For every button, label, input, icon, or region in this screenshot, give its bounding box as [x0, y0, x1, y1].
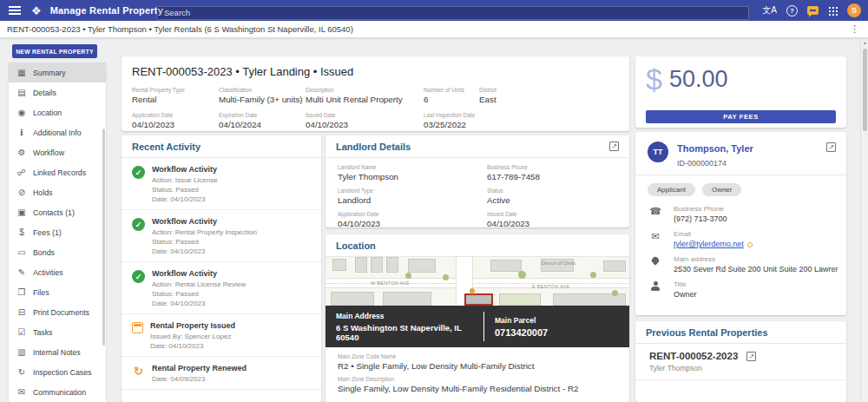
- sidebar-item-details[interactable]: ▤ Details: [9, 82, 106, 102]
- activity-details: Action: Rental License Review Status: Pa…: [152, 280, 246, 308]
- bonds-icon: ▭: [16, 247, 28, 257]
- activity-title: Workflow Activity: [152, 269, 246, 278]
- app-logo-icon[interactable]: ❖: [31, 4, 42, 17]
- person-icon: [649, 281, 661, 293]
- sidebar-item-print-documents[interactable]: ⊟ Print Documents: [9, 302, 106, 322]
- sidebar-item-communication[interactable]: ✉ Communication: [9, 382, 106, 402]
- holds-icon: ⊘: [16, 188, 28, 197]
- sidebar-item-holds[interactable]: ⊘ Holds: [9, 182, 106, 202]
- breadcrumb: RENT-000053-2023 • Tyler Thompson • Tyle…: [7, 24, 353, 34]
- activity-item[interactable]: ✓ Workflow Activity Action: Rental Licen…: [122, 262, 321, 314]
- previous-rental-number[interactable]: RENT-000052-2023: [649, 351, 738, 361]
- sidebar-item-files[interactable]: ❒ Files: [9, 282, 106, 302]
- sidebar-item-internal-notes[interactable]: ▥ Internal Notes: [9, 342, 106, 362]
- sidebar-item-workflow[interactable]: ⚙ Workflow: [9, 142, 106, 162]
- pay-fees-button[interactable]: PAY FEES: [646, 110, 836, 123]
- sidebar-item-additional-info[interactable]: ℹ Additional Info: [9, 122, 106, 142]
- field-label: Description: [306, 87, 424, 93]
- map-overlay: Main Address 6 S Washington St Napervill…: [326, 306, 629, 347]
- sidebar-item-contacts-1[interactable]: ▣ Contacts (1): [9, 202, 106, 222]
- landlord-details-card: Landlord Details ↗ Landlord NameTyler Th…: [326, 135, 629, 227]
- activity-item[interactable]: ✓ Workflow Activity Action: Issue Licens…: [122, 158, 321, 210]
- help-icon[interactable]: ?: [786, 5, 798, 16]
- apps-grid-icon[interactable]: [828, 6, 838, 16]
- sidebar-item-inspection-cases[interactable]: ↻ Inspection Cases: [9, 362, 106, 382]
- sidebar-item-tasks[interactable]: ☑ Tasks: [9, 322, 106, 342]
- new-rental-property-button[interactable]: NEW RENTAL PROPERTY: [12, 44, 97, 58]
- previous-rentals-card: Previous Rental Properties RENT-000052-2…: [635, 321, 846, 402]
- field-value: Single Family, Low Density Multi-Family …: [338, 384, 617, 393]
- workflow-icon: ⚙: [16, 148, 28, 157]
- field-value: Multi Unit Rental Property: [306, 95, 424, 104]
- field-label: Classification: [219, 87, 306, 93]
- sidebar-item-summary[interactable]: ▦ Summary: [9, 63, 106, 82]
- contacts-icon: ▣: [16, 208, 28, 217]
- search-input[interactable]: [156, 6, 749, 20]
- activities-icon: ✎: [16, 267, 28, 277]
- open-contact-icon[interactable]: ↗: [826, 142, 836, 152]
- field-value: 04/10/2024: [219, 120, 306, 129]
- sidebar-item-fees-1[interactable]: $ Fees (1): [9, 222, 106, 242]
- scroll-up-icon[interactable]: ▲: [863, 40, 867, 45]
- field-label: Issued Date: [306, 112, 424, 118]
- chip-applicant[interactable]: Applicant: [648, 183, 695, 196]
- check-circle-icon: ✓: [132, 166, 145, 179]
- location-title: Location: [336, 241, 376, 251]
- field-value: 04/10/2023: [487, 219, 617, 227]
- contact-row-title: Title Owner: [635, 273, 846, 299]
- page-scrollbar-thumb[interactable]: [863, 49, 867, 131]
- location-map[interactable]: W BENTON AVE E BENTON AVE Church of Chri…: [326, 257, 629, 306]
- page-scrollbar[interactable]: ▲: [860, 38, 868, 402]
- sidebar-item-bonds[interactable]: ▭ Bonds: [9, 242, 106, 262]
- recent-activity-header: Recent Activity: [122, 135, 321, 158]
- row-value: Owner: [674, 290, 838, 299]
- main-parcel-value: 0713420007: [495, 327, 548, 338]
- activity-item[interactable]: ✓ Workflow Activity Action: Rental Prope…: [122, 210, 321, 262]
- activity-item[interactable]: Rental Property Issued Issued By: Spence…: [122, 314, 321, 357]
- field-value: East: [479, 95, 566, 104]
- sidebar-item-activities[interactable]: ✎ Activities: [9, 262, 106, 282]
- street-label-west: W BENTON AVE: [371, 280, 410, 286]
- field-label: Expiration Date: [219, 112, 306, 118]
- communication-icon: ✉: [16, 387, 28, 397]
- activity-details: Date: 04/09/2023: [152, 374, 247, 384]
- contact-role-chips: Applicant Owner: [635, 175, 846, 198]
- row-value: 2530 Sever Rd Suite 200 Unit Suite 200 L…: [674, 265, 838, 273]
- chat-notification-icon[interactable]: [807, 6, 819, 15]
- previous-rentals-header: Previous Rental Properties: [635, 321, 846, 344]
- parcel-highlight[interactable]: [464, 293, 493, 306]
- files-icon: ❒: [16, 287, 28, 297]
- sidebar-item-linked-records[interactable]: ☍ Linked Records: [9, 162, 106, 182]
- sidebar-item-location[interactable]: ◉ Location: [9, 102, 106, 122]
- app-bar: ❖ Manage Rental Property 文A ? S: [0, 0, 868, 21]
- field-value: 04/10/2023: [306, 120, 424, 129]
- row-value: (972) 713-3700: [674, 214, 838, 223]
- previous-rental-item[interactable]: RENT-000052-2023 ↗ Tyler Thompson: [635, 344, 846, 380]
- sidebar-scrollbar[interactable]: [102, 129, 105, 346]
- chip-owner[interactable]: Owner: [702, 183, 742, 196]
- translate-icon[interactable]: 文A: [762, 4, 777, 16]
- contact-card: TT Thompson, Tyler ID-000000174 ↗ Applic…: [635, 132, 846, 315]
- activity-title: Workflow Activity: [152, 165, 218, 174]
- field-value: 03/25/2022: [424, 120, 510, 129]
- tasks-icon: ☑: [16, 327, 28, 337]
- field-value: Landlord: [338, 195, 487, 205]
- activity-title: Workflow Activity: [152, 217, 257, 226]
- menu-icon[interactable]: [9, 6, 21, 15]
- main-address-label: Main Address: [336, 312, 473, 320]
- open-landlord-icon[interactable]: ↗: [609, 142, 619, 151]
- pin-icon: [649, 256, 661, 268]
- landlord-fields: Landlord NameTyler Thompson Business Pho…: [326, 158, 629, 227]
- open-previous-rental-icon[interactable]: ↗: [746, 352, 756, 361]
- page: ❖ Manage Rental Property 文A ? S RENT-000…: [0, 0, 868, 402]
- field-label: Issued Date: [487, 211, 617, 217]
- contact-name[interactable]: Thompson, Tyler: [677, 143, 753, 154]
- location-header: Location: [326, 234, 629, 257]
- email-status-icon: [747, 242, 753, 247]
- contact-avatar: TT: [648, 142, 668, 162]
- activity-details: Action: Rental Property Inspection Statu…: [152, 227, 257, 256]
- email-link[interactable]: tyler@tylerdemo.net: [674, 240, 744, 248]
- user-avatar[interactable]: S: [847, 3, 861, 17]
- activity-item[interactable]: ↻ Rental Property Renewed Date: 04/09/20…: [122, 357, 321, 390]
- more-options-icon[interactable]: ⋮: [850, 23, 859, 35]
